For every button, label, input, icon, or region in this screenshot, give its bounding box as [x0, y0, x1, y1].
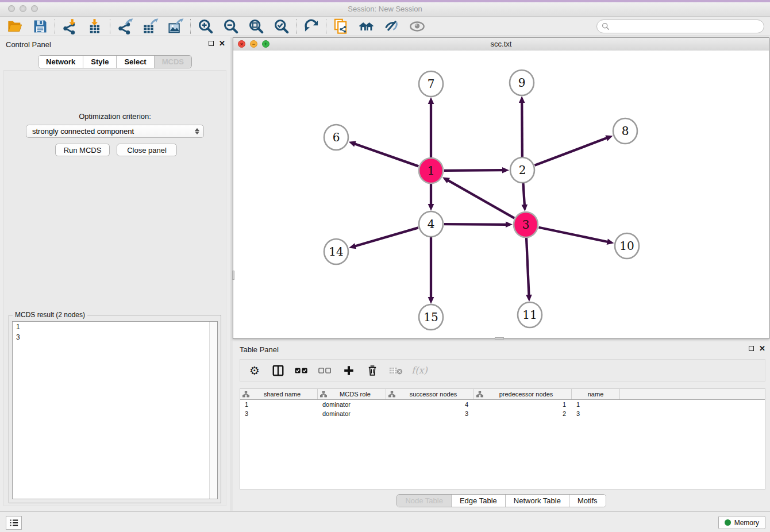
- graph-node-6[interactable]: 6: [324, 125, 348, 150]
- graph-edge-1-4[interactable]: [428, 184, 434, 211]
- delete-row-button[interactable]: [365, 363, 380, 378]
- toggle-visual-style-button[interactable]: [379, 17, 405, 36]
- import-network-icon: [62, 18, 78, 34]
- cell-predecessor-nodes: 2: [474, 409, 572, 418]
- graph-edge-4-3[interactable]: [444, 221, 513, 228]
- column-header-predecessor-nodes[interactable]: predecessor nodes: [474, 389, 572, 399]
- add-row-button[interactable]: [341, 363, 356, 378]
- result-scrollbar[interactable]: [209, 322, 217, 499]
- graph-node-2[interactable]: 2: [510, 157, 534, 183]
- select-stepper-icon: [195, 128, 199, 134]
- mcds-result-group: MCDS result (2 nodes) 13: [9, 315, 221, 503]
- optimization-criterion-select[interactable]: strongly connected component: [26, 125, 204, 138]
- tab-style[interactable]: Style: [83, 56, 116, 68]
- status-bar: Memory: [0, 511, 770, 532]
- export-table-button[interactable]: [138, 17, 163, 36]
- graph-edge-3-11[interactable]: [526, 238, 532, 302]
- unselect-all-icon: [318, 367, 332, 374]
- graph-edge-1-6[interactable]: [349, 141, 419, 167]
- refresh-network-button[interactable]: [299, 17, 324, 36]
- graph-edge-4-14[interactable]: [349, 228, 418, 249]
- close-panel-icon[interactable]: ✕: [219, 40, 225, 47]
- mcds-result-item[interactable]: 3: [13, 332, 217, 342]
- table-row[interactable]: 1dominator411: [240, 400, 765, 409]
- mcds-panel: Optimization criterion: strongly connect…: [3, 70, 226, 506]
- open-session-button[interactable]: [2, 17, 28, 36]
- network-window-title: scc.txt: [233, 40, 769, 48]
- export-image-button[interactable]: [163, 17, 188, 36]
- graph-node-14[interactable]: 14: [324, 239, 348, 264]
- graph-node-11[interactable]: 11: [518, 302, 542, 327]
- table-tabs: Node TableEdge TableNetwork TableMotifs: [233, 494, 770, 507]
- graph-edge-4-15[interactable]: [428, 237, 434, 304]
- column-header-MCDS-role[interactable]: MCDS role: [318, 389, 386, 399]
- toolbar-separator: [296, 19, 297, 34]
- toolbar-separator: [110, 19, 111, 34]
- main-toolbar: [0, 17, 770, 36]
- zoom-out-button[interactable]: [218, 17, 244, 36]
- zoom-in-button[interactable]: [193, 17, 218, 36]
- tab-network-table[interactable]: Network Table: [505, 495, 569, 507]
- open-session-icon: [7, 18, 23, 34]
- graph-node-4[interactable]: 4: [419, 211, 443, 237]
- column-header-successor-nodes[interactable]: successor nodes: [386, 389, 474, 399]
- import-table-button[interactable]: [83, 17, 108, 36]
- show-columns-button[interactable]: [271, 363, 286, 378]
- graph-edge-2-9[interactable]: [519, 96, 525, 157]
- column-header-name[interactable]: name: [572, 389, 620, 399]
- unselect-all-button[interactable]: [318, 363, 333, 378]
- show-hide-panel-button[interactable]: [405, 17, 430, 36]
- new-network-from-selection-button[interactable]: [329, 17, 354, 36]
- graph-edge-2-3[interactable]: [522, 183, 528, 211]
- tab-node-table[interactable]: Node Table: [397, 495, 451, 507]
- import-network-button[interactable]: [57, 17, 83, 36]
- tab-edge-table[interactable]: Edge Table: [451, 495, 505, 507]
- zoom-fit-button[interactable]: [244, 17, 269, 36]
- save-session-button[interactable]: [28, 17, 53, 36]
- graph-node-7[interactable]: 7: [419, 71, 443, 97]
- function-builder-button[interactable]: f(x): [412, 363, 427, 378]
- graph-node-10[interactable]: 10: [615, 233, 639, 259]
- graph-node-8[interactable]: 8: [613, 118, 637, 144]
- graph-edge-2-8[interactable]: [535, 135, 613, 165]
- close-table-panel-icon[interactable]: ✕: [759, 345, 765, 352]
- tab-motifs[interactable]: Motifs: [569, 495, 606, 507]
- export-network-button[interactable]: [113, 17, 138, 36]
- left-splitter-grip[interactable]: [232, 271, 234, 280]
- show-networks-home-button[interactable]: [354, 17, 379, 36]
- graph-node-15[interactable]: 15: [419, 304, 443, 330]
- mcds-result-item[interactable]: 1: [13, 322, 217, 332]
- cell-name: 3: [572, 409, 620, 418]
- table-settings-button[interactable]: ⚙: [247, 363, 262, 378]
- close-panel-button[interactable]: Close panel: [117, 144, 177, 156]
- float-panel-icon[interactable]: [209, 41, 214, 46]
- tab-network[interactable]: Network: [38, 56, 83, 68]
- tab-select[interactable]: Select: [116, 56, 153, 68]
- svg-text:1: 1: [428, 164, 435, 178]
- graph-node-3[interactable]: 3: [514, 212, 538, 237]
- network-window-titlebar[interactable]: × − + scc.txt: [233, 38, 769, 51]
- tab-mcds[interactable]: MCDS: [154, 56, 191, 68]
- network-canvas[interactable]: 7968124314101511: [233, 51, 769, 338]
- zoom-selected-button[interactable]: [269, 17, 294, 36]
- graph-edge-1-7[interactable]: [428, 97, 434, 157]
- float-table-panel-icon[interactable]: [749, 346, 754, 351]
- delete-table-button[interactable]: [388, 363, 403, 378]
- graph-edge-3-10[interactable]: [539, 228, 614, 245]
- search-input[interactable]: [613, 22, 759, 31]
- table-row[interactable]: 3dominator323: [240, 409, 765, 418]
- bottom-splitter-grip[interactable]: [495, 337, 504, 340]
- select-all-button[interactable]: [294, 363, 309, 378]
- graph-edge-3-1[interactable]: [442, 177, 514, 218]
- toolbar-separator: [190, 19, 191, 34]
- memory-button[interactable]: Memory: [718, 516, 765, 529]
- graph-node-1[interactable]: 1: [419, 158, 443, 183]
- task-history-button[interactable]: [6, 516, 22, 530]
- search-icon: [602, 22, 610, 30]
- network-graph: 7968124314101511: [233, 51, 769, 338]
- graph-edge-1-2[interactable]: [444, 167, 509, 174]
- cell-successor-nodes: 4: [386, 400, 474, 409]
- graph-node-9[interactable]: 9: [510, 70, 534, 95]
- column-header-shared-name[interactable]: shared name: [240, 389, 318, 399]
- run-mcds-button[interactable]: Run MCDS: [55, 144, 110, 156]
